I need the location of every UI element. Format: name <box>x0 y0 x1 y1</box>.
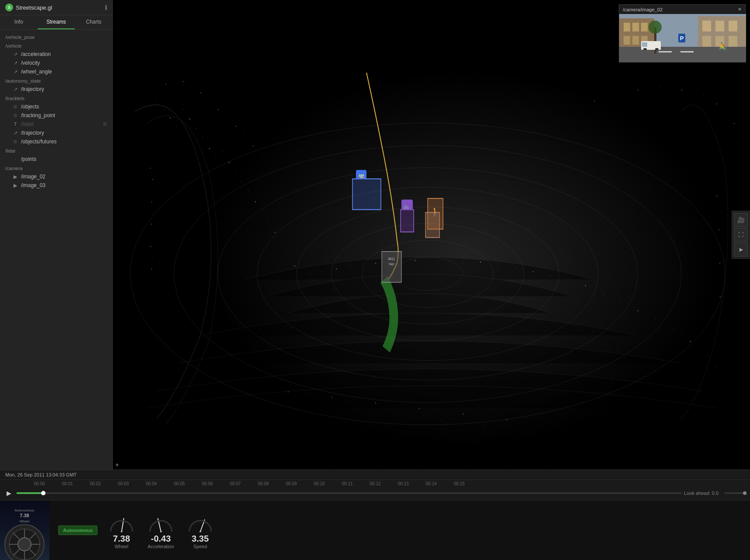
stream-trajectory-2[interactable]: ↗ /trajectory <box>0 129 112 137</box>
timeline-mark: 00:10 <box>305 481 333 486</box>
navigate-icon: ➤ <box>738 246 743 253</box>
svg-rect-15 <box>196 129 196 129</box>
svg-rect-27 <box>275 232 276 233</box>
autonomous-badge: Autonomous <box>58 525 98 535</box>
svg-rect-85 <box>725 112 726 112</box>
timeline-mark: 00:04 <box>137 481 165 486</box>
svg-rect-144 <box>659 51 672 52</box>
svg-rect-49 <box>620 302 621 302</box>
svg-rect-97 <box>331 397 332 398</box>
point-cloud-visualization: // This won't run in SVG, so we'll use p… <box>113 0 750 470</box>
fullscreen-tool-button[interactable]: ⛶ <box>734 228 748 242</box>
stream-trajectory-1[interactable]: ↗ /trajectory <box>0 85 112 94</box>
play-button[interactable]: ▶ <box>3 488 14 498</box>
svg-rect-150 <box>643 48 647 50</box>
svg-rect-73 <box>227 118 227 118</box>
svg-text:7.38: 7.38 <box>20 513 29 518</box>
svg-rect-78 <box>594 101 595 102</box>
main-viewport[interactable]: // This won't run in SVG, so we'll use p… <box>113 0 750 470</box>
timeline-scrubber[interactable] <box>17 492 681 494</box>
svg-rect-12 <box>176 126 177 126</box>
chart-line-icon: ↗ <box>12 69 18 75</box>
timeline-ruler: 00:00 00:01 00:02 00:03 00:04 00:05 00:0… <box>0 480 750 486</box>
svg-rect-17 <box>209 148 210 150</box>
stream-acceleration[interactable]: ↗ /acceleration <box>0 50 112 59</box>
navigate-tool-button[interactable]: ➤ <box>734 243 748 257</box>
timeline-mark: 00:03 <box>109 481 137 486</box>
stream-velocity[interactable]: ↗ /velocity <box>0 59 112 67</box>
svg-rect-61 <box>151 223 152 225</box>
svg-rect-33 <box>336 268 337 270</box>
svg-text:Wheel: Wheel <box>20 519 30 523</box>
eye-circle-icon: ☉ <box>12 104 18 110</box>
timeline-mark: 00:02 <box>81 481 109 486</box>
wheel-label: Wheel <box>115 544 128 549</box>
look-ahead-handle[interactable] <box>743 491 747 495</box>
section-lidar: /lidar <box>0 146 112 155</box>
section-tracklets: /tracklets <box>0 94 112 102</box>
settings-icon[interactable]: ⚙ <box>103 122 107 127</box>
stream-wheel-angle[interactable]: ↗ /wheel_angle <box>0 67 112 76</box>
svg-rect-45 <box>550 275 551 275</box>
svg-rect-19 <box>222 151 223 151</box>
camera-icon: 🎥 <box>737 216 745 223</box>
svg-rect-57 <box>152 179 153 180</box>
sidebar: S Streetscape.gl ℹ Info Streams Charts /… <box>0 0 113 470</box>
camera-tool-button[interactable]: 🎥 <box>734 213 748 227</box>
metrics-container: Autonomous 7.38 Wheel -0.43 Acceler <box>49 512 750 549</box>
svg-rect-131 <box>632 23 639 31</box>
scrubber-handle[interactable] <box>41 491 45 495</box>
stream-points[interactable]: ⋅ /points <box>0 155 112 163</box>
stream-objects-futures[interactable]: ☉ /objects/futures <box>0 137 112 146</box>
camera-feed-close[interactable]: ✕ <box>738 7 742 12</box>
svg-rect-31 <box>310 274 310 275</box>
chart-line-icon: ↗ <box>12 52 18 57</box>
svg-rect-94 <box>720 296 721 298</box>
info-icon[interactable]: ℹ <box>105 4 107 11</box>
svg-rect-132 <box>641 23 648 31</box>
svg-rect-52 <box>673 330 673 330</box>
section-vehicle: /vehicle <box>0 41 112 50</box>
svg-rect-50 <box>638 310 638 312</box>
svg-rect-66 <box>165 84 166 85</box>
svg-rect-46 <box>568 279 568 280</box>
stream-image-02[interactable]: ▶ /image_02 <box>0 172 112 181</box>
tab-streams[interactable]: Streams <box>38 15 75 29</box>
app-title: Streetscape.gl <box>16 4 52 11</box>
stream-label[interactable]: T /label ⚙ <box>0 120 112 129</box>
svg-rect-39 <box>415 260 415 261</box>
svg-text:4411: 4411 <box>388 257 395 261</box>
logo-icon: S <box>5 3 13 11</box>
look-ahead-label: Look ahead: 0.0 <box>684 490 722 496</box>
svg-rect-20 <box>229 162 230 163</box>
svg-rect-54 <box>708 355 708 355</box>
stream-tracking-point[interactable]: ☉ /tracking_point <box>0 111 112 120</box>
svg-rect-53 <box>690 341 691 342</box>
svg-rect-104 <box>485 425 485 425</box>
svg-rect-34 <box>349 265 349 266</box>
wheel-needle-svg <box>106 512 137 534</box>
video-icon: ▶ <box>12 183 18 188</box>
svg-rect-75 <box>244 134 244 135</box>
stream-image-03[interactable]: ▶ /image_03 <box>0 181 112 190</box>
svg-rect-14 <box>189 118 190 120</box>
svg-rect-89 <box>721 212 721 213</box>
dots-icon: ⋅ <box>12 157 18 162</box>
svg-point-147 <box>649 21 662 34</box>
tab-info[interactable]: Info <box>0 15 38 29</box>
timeline-mark: 00:15 <box>445 481 473 486</box>
stream-objects[interactable]: ☉ /objects <box>0 102 112 111</box>
text-icon: T <box>12 122 18 127</box>
svg-rect-71 <box>209 101 209 101</box>
svg-rect-23 <box>248 190 249 191</box>
timeline-mark: 00:06 <box>193 481 221 486</box>
svg-rect-72 <box>218 109 219 110</box>
svg-rect-56 <box>150 168 151 169</box>
svg-rect-16 <box>202 137 203 137</box>
svg-rect-9 <box>157 101 157 101</box>
tab-charts[interactable]: Charts <box>75 15 112 29</box>
timeline-mark: 00:05 <box>165 481 193 486</box>
svg-rect-140 <box>702 36 711 47</box>
viewport-tools: 🎥 ⛶ ➤ <box>732 211 750 259</box>
look-ahead-slider[interactable] <box>725 492 747 494</box>
